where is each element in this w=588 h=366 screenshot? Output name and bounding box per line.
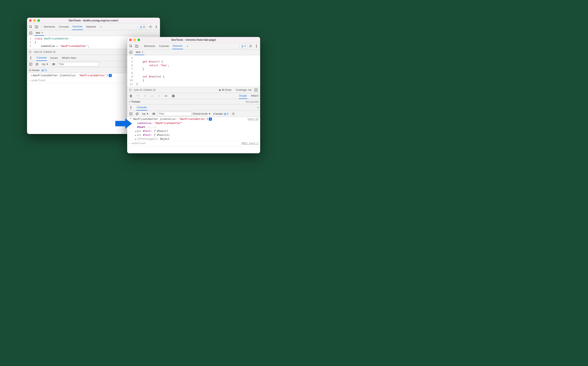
step-icon[interactable]	[157, 93, 162, 99]
drawer-tab-whatsnew[interactable]: What's New	[61, 55, 76, 61]
message-icon: ▤	[241, 45, 244, 48]
svg-rect-24	[131, 95, 132, 97]
disclosure-icon[interactable]: ▶	[135, 130, 136, 132]
console-row[interactable]: test:13 ▼HasPrivateGetter {someValue: 'H…	[127, 117, 260, 121]
tab-console[interactable]: Console	[159, 43, 169, 49]
file-tab-test[interactable]: test ×	[135, 50, 145, 55]
info-icon[interactable]: i	[209, 118, 212, 121]
sidebar-icon[interactable]	[128, 111, 133, 116]
issues-badge[interactable]: ▤ 4	[240, 44, 247, 48]
source-link[interactable]: test:13	[247, 117, 259, 121]
format-icon[interactable]: {}	[129, 89, 132, 92]
clear-icon[interactable]	[34, 62, 39, 67]
threads-section[interactable]: ▼ Threads Not paused	[127, 99, 260, 105]
file-tab-test[interactable]: test ×	[34, 30, 44, 36]
close-icon[interactable]: ×	[257, 106, 259, 109]
disclosure-icon[interactable]: ▶	[135, 138, 136, 140]
info-icon[interactable]: i	[109, 74, 112, 77]
settings-icon[interactable]	[248, 44, 253, 49]
collapse-icon[interactable]	[253, 87, 259, 92]
drawer-tab-issues[interactable]: Issues	[50, 55, 59, 61]
eye-icon[interactable]	[51, 62, 56, 67]
kebab-icon[interactable]	[128, 105, 133, 110]
device-icon[interactable]	[134, 44, 139, 49]
close-icon[interactable]: ×	[41, 31, 43, 34]
close-icon[interactable]: ×	[142, 51, 143, 54]
close-dot[interactable]	[29, 19, 31, 22]
tab-watch[interactable]: Watch	[251, 93, 259, 99]
filter-input[interactable]	[57, 62, 99, 66]
filter-input[interactable]	[158, 112, 191, 116]
console-row: VM52 test:1 ⬨undefined	[127, 141, 260, 146]
context-selector[interactable]: top ▼	[42, 63, 49, 66]
svg-point-32	[131, 106, 131, 107]
svg-rect-2	[37, 26, 38, 28]
svg-rect-23	[130, 95, 131, 97]
settings-icon[interactable]	[231, 111, 236, 116]
clear-icon[interactable]	[135, 111, 140, 116]
device-icon[interactable]	[34, 24, 39, 29]
pause-exceptions-icon[interactable]	[171, 93, 176, 99]
minimize-dot[interactable]	[133, 39, 136, 41]
kebab-icon[interactable]	[28, 55, 33, 61]
tab-console[interactable]: Console	[58, 24, 69, 30]
return-icon: ⬨	[28, 78, 30, 82]
svg-point-3	[150, 26, 151, 27]
eye-icon[interactable]	[151, 111, 156, 116]
window-title: DevTools - chrome://new-tab-page/	[127, 38, 260, 41]
more-tabs-icon[interactable]: »	[186, 45, 189, 48]
issues-badge[interactable]: ▤ 21	[138, 25, 147, 29]
tab-sources[interactable]: Sources	[172, 43, 183, 49]
property-row[interactable]: #test: (...)	[127, 125, 260, 129]
step-out-icon[interactable]	[150, 93, 155, 99]
titlebar[interactable]: DevTools - chrome://new-tab-page/	[127, 37, 260, 43]
disclosure-icon[interactable]: ▼	[129, 101, 131, 103]
kebab-icon[interactable]	[154, 24, 159, 29]
code-editor[interactable]: 4 5 6 7 8 9 10 11 get #test() { return '…	[127, 55, 260, 87]
kebab-icon[interactable]	[254, 44, 259, 49]
prompt-icon: ›	[28, 83, 30, 87]
sidebar-icon[interactable]	[28, 62, 33, 67]
drawer-tab-console[interactable]: Console	[36, 55, 47, 61]
inspect-icon[interactable]	[28, 24, 33, 29]
tab-scope[interactable]: Scope	[239, 93, 247, 99]
run-hint: ▶ ⌘+Enter	[219, 89, 232, 92]
tab-elements[interactable]: Elements	[43, 24, 55, 30]
levels-selector[interactable]: Default levels ▼	[193, 112, 211, 115]
navigator-icon[interactable]	[28, 30, 33, 36]
property-row[interactable]: ▶set #test: ƒ #test(n)	[127, 133, 260, 137]
zoom-dot[interactable]	[137, 39, 140, 41]
more-tabs-icon[interactable]: »	[99, 25, 102, 28]
breakpoints-icon[interactable]	[164, 93, 169, 99]
disclosure-icon[interactable]: ▼	[31, 74, 32, 77]
console-prompt[interactable]: ›	[127, 146, 260, 147]
titlebar[interactable]: DevTools - drafts.csswg.org/css-color/	[27, 18, 160, 23]
tab-network[interactable]: Network	[86, 24, 97, 30]
inspect-icon[interactable]	[128, 44, 133, 49]
format-icon[interactable]: {}	[29, 51, 31, 53]
drawer-tab-console[interactable]: Console	[136, 105, 147, 111]
issues-label[interactable]: 4 Issues: ▤ 4	[213, 112, 228, 115]
step-into-icon[interactable]	[143, 93, 147, 99]
coverage[interactable]: Coverage: n/a	[236, 89, 252, 92]
close-dot[interactable]	[129, 39, 132, 41]
step-over-icon[interactable]	[136, 93, 140, 99]
property-row[interactable]: ▶get #test: ƒ #test()	[127, 129, 260, 133]
property-row[interactable]: someValue: "HasPrivateGetter"	[127, 121, 260, 125]
not-paused: Not paused	[140, 100, 259, 103]
zoom-dot[interactable]	[37, 19, 40, 22]
property-row[interactable]: ▶[[Prototype]]: Object	[127, 137, 260, 141]
code-content[interactable]: get #test() { return 'foo'; } set #test(…	[135, 55, 260, 87]
pause-icon[interactable]	[128, 93, 133, 99]
svg-point-9	[31, 58, 31, 58]
minimize-dot[interactable]	[33, 19, 36, 22]
disclosure-icon[interactable]: ▶	[135, 134, 136, 136]
settings-icon[interactable]	[148, 24, 153, 29]
main-toolbar: Elements Console Sources » ▤ 4	[127, 43, 260, 49]
tab-sources[interactable]: Sources	[72, 23, 83, 30]
context-selector[interactable]: top ▼	[142, 112, 149, 115]
tab-elements[interactable]: Elements	[144, 43, 156, 49]
source-link[interactable]: VM52 test:1	[241, 141, 259, 145]
svg-point-34	[131, 108, 131, 109]
navigator-icon[interactable]	[128, 50, 133, 55]
